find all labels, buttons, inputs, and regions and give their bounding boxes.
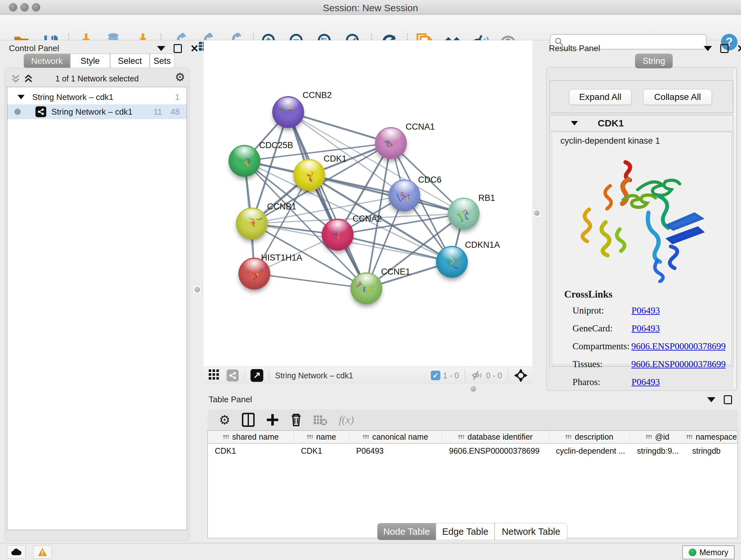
control-panel: Control Panel ✕ Network Style Select Set… [3, 40, 192, 543]
column-header-canonical-name[interactable]: canonical name [349, 431, 442, 443]
network-edges [204, 40, 532, 367]
network-node-RB1[interactable] [448, 198, 480, 230]
crosslink-link[interactable]: 9606.ENSP00000378699 [631, 341, 726, 352]
tab-network[interactable]: Network [23, 54, 70, 68]
results-panel-close-icon[interactable]: ✕ [737, 44, 741, 53]
memory-status-dot [689, 549, 696, 556]
crosslink-link[interactable]: P06493 [631, 305, 660, 316]
crosslink-row: Tissues:9606.ENSP00000378699 [572, 359, 726, 369]
control-panel-float-icon[interactable] [174, 44, 182, 53]
crosslink-link[interactable]: P06493 [631, 323, 660, 334]
add-column-icon[interactable] [266, 414, 279, 426]
network-node-CCNA1[interactable] [375, 127, 407, 159]
collection-count: 1 [175, 92, 180, 102]
hidden-count: 0 - 0 [486, 371, 502, 380]
table-tabs: Node Table Edge Table Network Table [377, 523, 567, 540]
network-options-gear-icon[interactable]: ⚙ [175, 71, 185, 83]
table-row[interactable]: CDK1CDK1P064939606.ENSP00000378699cyclin… [208, 443, 738, 458]
network-node-CCNB1[interactable] [236, 207, 268, 240]
network-edge[interactable] [254, 273, 366, 288]
tab-edge-table[interactable]: Edge Table [436, 523, 495, 540]
network-node-CCNB2[interactable] [272, 96, 304, 128]
hidden-eye-icon[interactable] [471, 370, 483, 381]
selected-nodes-checkbox-icon[interactable]: ✓ [431, 371, 441, 380]
control-panel-collapse-icon[interactable] [157, 46, 165, 51]
network-current-dot [14, 109, 21, 115]
tab-string[interactable]: String [635, 54, 673, 68]
panel-resize-handle[interactable] [193, 285, 202, 294]
tab-node-table[interactable]: Node Table [377, 523, 436, 540]
memory-button[interactable]: Memory [682, 545, 735, 559]
table-options-gear-icon[interactable]: ⚙ [219, 414, 230, 426]
network-node-CDC25B[interactable] [228, 145, 260, 177]
node-label-CDK1: CDK1 [324, 154, 347, 164]
column-header-namespace[interactable]: namespace [685, 431, 738, 443]
network-node-CCNE1[interactable] [350, 272, 382, 304]
tab-sets[interactable]: Sets [150, 54, 175, 68]
node-label-CDKN1A: CDKN1A [465, 240, 500, 250]
crosslink-link[interactable]: P06493 [631, 377, 660, 387]
column-header-shared-name[interactable]: shared name [208, 431, 294, 443]
table-cell[interactable]: CDK1 [294, 446, 349, 455]
birds-eye-toggle-icon[interactable] [514, 368, 528, 382]
column-header-name[interactable]: name [294, 431, 349, 443]
crosslink-label: GeneCard: [572, 323, 631, 334]
table-panel-float-icon[interactable] [724, 395, 732, 404]
tab-select[interactable]: Select [110, 54, 150, 68]
node-label-CCNA2: CCNA2 [353, 214, 382, 224]
crosslink-label: Tissues: [572, 359, 631, 369]
column-header-description[interactable]: description [549, 431, 630, 443]
tab-style[interactable]: Style [70, 54, 110, 68]
gene-card-header[interactable]: CDK1 [550, 115, 733, 131]
network-node-CDC6[interactable] [388, 179, 420, 211]
network-row-selected[interactable]: String Network – cdk1 11 48 [7, 105, 187, 119]
protein-structure-image [575, 155, 709, 283]
tab-network-table[interactable]: Network Table [495, 523, 567, 540]
open-view-icon[interactable] [251, 369, 263, 382]
control-panel-close-icon[interactable]: ✕ [190, 44, 199, 53]
network-node-CDK1[interactable] [293, 159, 325, 191]
view-toolbar-separator [245, 369, 245, 381]
table-cell[interactable]: cyclin-dependent ... [549, 446, 630, 455]
gene-card-body: cyclin-dependent kinase 1 [552, 132, 732, 365]
titlebar: Session: New Session [0, 0, 741, 15]
gene-card: CDK1 cyclin-dependent kinase 1 [549, 115, 733, 367]
table-cell[interactable]: stringdb [685, 446, 738, 455]
node-label-CCNE1: CCNE1 [381, 267, 410, 277]
cloud-status-button[interactable] [7, 545, 25, 559]
collapse-all-button[interactable]: Collapse All [643, 89, 712, 105]
network-collection-row[interactable]: String Network – cdk1 1 [7, 90, 187, 105]
function-builder-icon[interactable]: f(x) [339, 414, 354, 426]
network-tree: String Network – cdk1 1 String Network –… [7, 87, 187, 530]
network-selected-status: 1 of 1 Network selected [3, 74, 192, 83]
results-panel-collapse-icon[interactable] [704, 46, 712, 51]
column-header--id[interactable]: @id [630, 431, 685, 443]
panel-resize-handle[interactable] [532, 208, 541, 217]
grid-view-icon[interactable] [209, 369, 219, 381]
delete-table-icon[interactable] [313, 414, 327, 426]
table-cell[interactable]: stringdb:9... [630, 446, 685, 455]
table-cell[interactable]: CDK1 [208, 446, 294, 455]
show-columns-icon[interactable] [242, 413, 255, 427]
warning-icon [38, 548, 47, 557]
crosslink-row: Compartments:9606.ENSP00000378699 [572, 341, 726, 352]
column-header-database-identifier[interactable]: database identifier [442, 431, 549, 443]
node-label-RB1: RB1 [478, 193, 495, 203]
delete-column-icon[interactable] [290, 413, 302, 427]
network-node-CDKN1A[interactable] [436, 246, 468, 278]
network-node-CCNA2[interactable] [322, 219, 354, 251]
network-canvas[interactable]: CCNB2CCNA1CDC25BCDK1CDC6RB1CCNB1CCNA2CDK… [204, 40, 532, 367]
crosslink-link[interactable]: 9606.ENSP00000378699 [631, 359, 726, 369]
network-edge-count: 48 [171, 107, 180, 117]
table-cell[interactable]: P06493 [349, 446, 442, 455]
table-panel-collapse-icon[interactable] [707, 397, 716, 402]
network-share-icon[interactable] [226, 369, 239, 381]
warning-status-button[interactable] [33, 545, 52, 559]
expand-all-button[interactable]: Expand All [569, 89, 631, 105]
results-panel-float-icon[interactable] [720, 44, 729, 53]
table-cell[interactable]: 9606.ENSP00000378699 [442, 446, 549, 455]
node-table[interactable]: shared namenamecanonical namedatabase id… [207, 430, 738, 538]
tree-expand-icon[interactable] [17, 92, 25, 102]
network-view-toolbar: String Network – cdk1 ✓ 1 - 0 0 - 0 [204, 367, 532, 384]
gene-card-collapse-icon[interactable] [571, 121, 578, 125]
